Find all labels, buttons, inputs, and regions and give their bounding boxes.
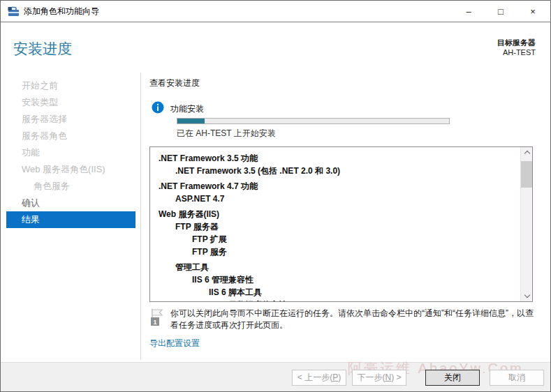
export-config-link[interactable]: 导出配置设置 — [149, 338, 200, 349]
feature-listbox: .NET Framework 3.5 功能.NET Framework 3.5 … — [149, 146, 533, 302]
sidebar-item-role-services: 角色服务 — [6, 178, 135, 195]
cancel-button: 取消 — [490, 370, 544, 386]
target-server-label: 目标服务器 — [497, 38, 536, 47]
close-window-button[interactable]: × — [517, 1, 549, 22]
sidebar-item-web-server-role-iis: Web 服务器角色(IIS) — [6, 161, 135, 178]
sidebar-divider — [140, 73, 141, 360]
scrollbar[interactable] — [520, 147, 532, 301]
minimize-button[interactable]: – — [453, 1, 485, 22]
feature-list-item: 管理工具 — [150, 261, 520, 273]
feature-list-item: .NET Framework 3.5 功能 — [150, 152, 520, 165]
scrollbar-thumb[interactable] — [521, 161, 533, 188]
feature-list-item: IIS 6 脚本工具 — [150, 286, 520, 299]
target-server-name: AH-TEST — [497, 47, 536, 57]
minimize-icon: – — [466, 6, 471, 17]
note-badge-number: 1 — [153, 319, 156, 326]
scroll-down-icon[interactable] — [524, 293, 530, 299]
feature-list-item: .NET Framework 3.5 (包括 .NET 2.0 和 3.0) — [150, 165, 520, 177]
feature-list-item: .NET Framework 4.7 功能 — [150, 180, 520, 193]
sidebar-item-features: 功能 — [6, 144, 135, 161]
note-text: 你可以关闭此向导而不中断正在运行的任务。请依次单击命令栏中的“通知”和“任务详细… — [170, 308, 539, 331]
section-title: 查看安装进度 — [149, 77, 200, 89]
sidebar-item-results[interactable]: 结果 — [6, 211, 135, 228]
feature-list-item: FTP 服务器 — [150, 220, 520, 233]
info-icon — [152, 101, 164, 114]
progress-title: 功能安装 — [170, 103, 204, 115]
target-server-info: 目标服务器 AH-TEST — [497, 38, 536, 57]
sidebar-item-installation-type: 安装类型 — [6, 94, 135, 111]
progress-fill — [177, 119, 205, 123]
prev-button: < 上一步(P) — [292, 370, 346, 386]
sidebar-item-confirmation[interactable]: 确认 — [6, 195, 135, 211]
sidebar-item-server-roles: 服务器角色 — [6, 128, 135, 144]
window-title: 添加角色和功能向导 — [24, 1, 99, 22]
wizard-icon — [8, 6, 20, 17]
close-icon: × — [530, 6, 536, 17]
feature-list-item: IIS 6 元数据库兼容性 — [150, 299, 520, 301]
sidebar-item-server-selection: 服务器选择 — [6, 111, 135, 128]
next-button: 下一步(N) > — [352, 370, 406, 386]
feature-list-item: IIS 6 管理兼容性 — [150, 273, 520, 286]
progress-bar — [177, 118, 450, 124]
wizard-window: 添加角色和功能向导 – □ × 安装进度 目标服务器 AH-TEST 开始之前安… — [0, 0, 551, 392]
sidebar-item-before-you-begin: 开始之前 — [6, 77, 135, 94]
feature-list-item: ASP.NET 4.7 — [150, 193, 520, 205]
title-bar: 添加角色和功能向导 – □ × — [1, 1, 550, 22]
close-button[interactable]: 关闭 — [425, 370, 480, 386]
sidebar-nav: 开始之前安装类型服务器选择服务器角色功能Web 服务器角色(IIS)角色服务确认… — [1, 77, 141, 228]
feature-list-item: FTP 扩展 — [150, 233, 520, 246]
feature-list: .NET Framework 3.5 功能.NET Framework 3.5 … — [150, 147, 520, 301]
page-title: 安装进度 — [13, 39, 72, 59]
feature-list-item: Web 服务器(IIS) — [150, 208, 520, 220]
progress-status: 已在 AH-TEST 上开始安装 — [177, 128, 276, 140]
maximize-icon: □ — [498, 6, 504, 17]
feature-list-item: FTP 服务 — [150, 246, 520, 258]
maximize-button[interactable]: □ — [485, 1, 517, 22]
scroll-up-icon[interactable] — [524, 150, 530, 156]
notification-flag-icon: 1 — [149, 308, 165, 327]
